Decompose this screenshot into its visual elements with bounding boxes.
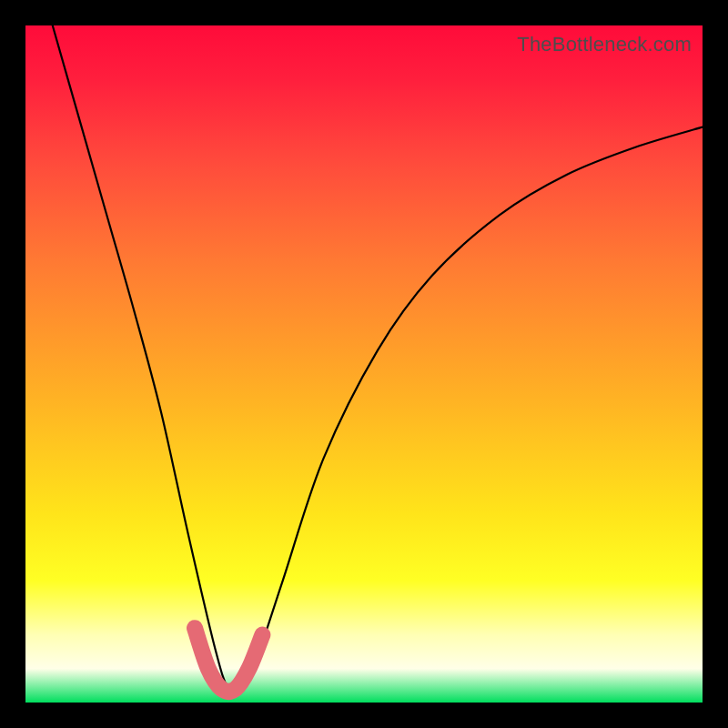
plot-area: TheBottleneck.com <box>25 25 703 703</box>
highlight-bottom-path <box>195 628 262 692</box>
bottleneck-curve-path <box>53 25 703 693</box>
watermark-text: TheBottleneck.com <box>517 33 692 56</box>
curve-svg <box>25 25 703 703</box>
chart-container: TheBottleneck.com <box>0 0 728 728</box>
